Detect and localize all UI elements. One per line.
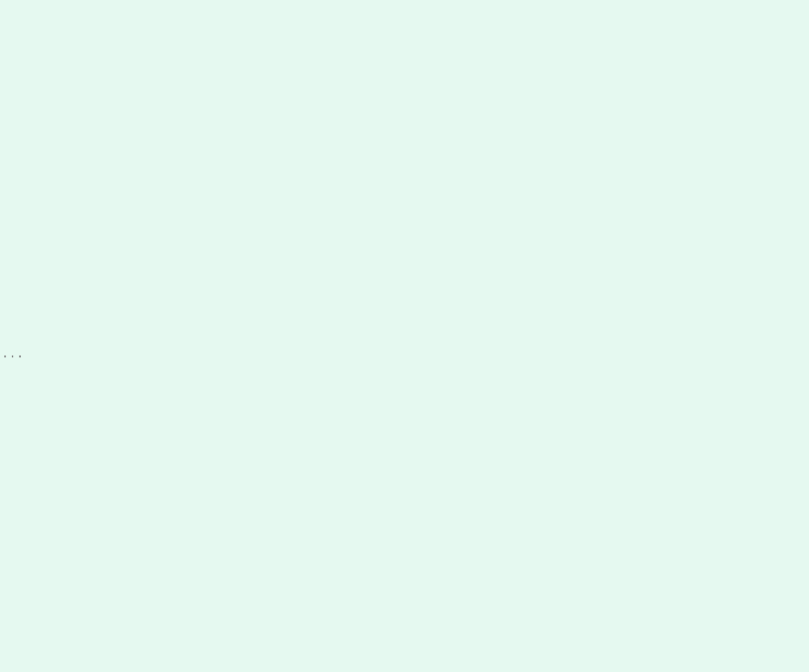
truncated-indicator: ··· bbox=[0, 349, 809, 365]
terminal: ··· bbox=[0, 0, 809, 391]
